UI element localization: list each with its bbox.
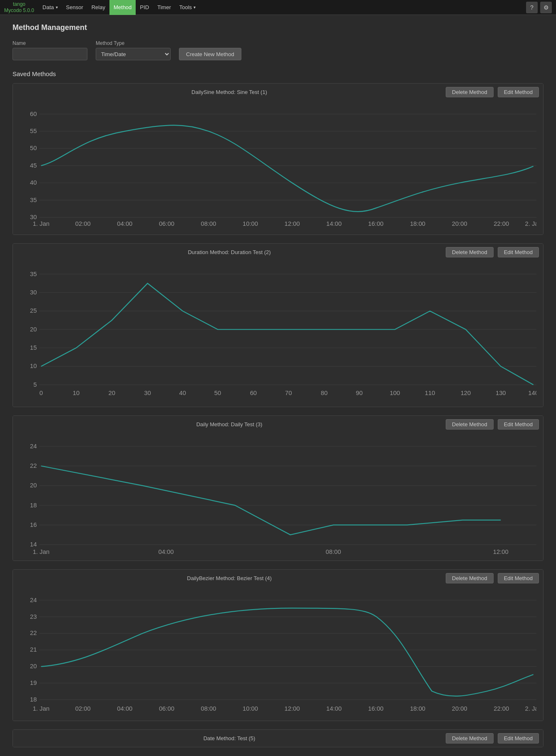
svg-text:16:00: 16:00 [368, 220, 384, 227]
svg-text:18:00: 18:00 [410, 705, 425, 712]
chevron-down-icon: ▾ [56, 5, 58, 10]
svg-text:20: 20 [109, 390, 115, 396]
method-title-1: DailySine Method: Sine Test (1) [17, 89, 442, 95]
svg-text:0: 0 [40, 390, 43, 396]
delete-method-4-button[interactable]: Delete Method [446, 573, 494, 583]
svg-text:40: 40 [179, 390, 186, 396]
chart-2: 35 30 25 20 15 10 5 0 10 20 30 [20, 265, 536, 400]
chart-container-1: 60 55 50 45 40 35 30 1. Jan 02:00 04:00 [13, 101, 543, 235]
chart-container-2: 35 30 25 20 15 10 5 0 10 20 30 [13, 261, 543, 407]
svg-text:30: 30 [30, 289, 37, 296]
svg-text:10:00: 10:00 [243, 220, 258, 227]
svg-text:21: 21 [30, 646, 37, 653]
svg-text:20: 20 [30, 482, 37, 489]
svg-text:04:00: 04:00 [158, 548, 174, 554]
svg-text:5: 5 [33, 381, 37, 388]
brand-line2: Mycodo 5.0.0 [4, 7, 34, 13]
svg-text:12:00: 12:00 [285, 220, 300, 227]
svg-text:14:00: 14:00 [326, 220, 342, 227]
method-card-5: Date Method: Test (5) Delete Method Edit… [12, 729, 544, 747]
svg-text:30: 30 [144, 390, 151, 396]
svg-text:15: 15 [30, 344, 37, 351]
create-new-method-button[interactable]: Create New Method [179, 48, 241, 60]
svg-text:120: 120 [461, 390, 471, 396]
svg-text:20: 20 [30, 326, 37, 332]
method-title-4: DailyBezier Method: Bezier Test (4) [17, 575, 442, 581]
svg-text:20:00: 20:00 [452, 705, 467, 712]
svg-text:23: 23 [30, 613, 37, 620]
brand: tango Mycodo 5.0.0 [4, 1, 34, 13]
name-label: Name [12, 40, 87, 46]
method-card-3: Daily Method: Daily Test (3) Delete Meth… [12, 415, 544, 561]
method-card-4: DailyBezier Method: Bezier Test (4) Dele… [12, 569, 544, 721]
svg-text:19: 19 [30, 679, 37, 686]
svg-text:50: 50 [30, 145, 37, 151]
svg-text:12:00: 12:00 [285, 705, 300, 712]
page-title: Method Management [12, 23, 544, 32]
nav-sensor[interactable]: Sensor [62, 0, 87, 15]
svg-text:130: 130 [496, 390, 506, 396]
svg-text:18: 18 [30, 696, 37, 703]
svg-text:50: 50 [214, 390, 221, 396]
nav-method[interactable]: Method [109, 0, 136, 15]
svg-text:35: 35 [30, 270, 37, 277]
svg-text:06:00: 06:00 [159, 705, 174, 712]
edit-method-2-button[interactable]: Edit Method [498, 247, 539, 257]
chart-container-4: 24 23 22 21 20 19 18 1. Jan 02:00 04:00 [13, 587, 543, 721]
settings-button[interactable]: ⚙ [540, 2, 552, 13]
svg-text:70: 70 [285, 390, 292, 396]
svg-text:110: 110 [425, 390, 435, 396]
nav-timer[interactable]: Timer [153, 0, 175, 15]
edit-method-5-button[interactable]: Edit Method [498, 733, 539, 744]
nav-relay[interactable]: Relay [87, 0, 109, 15]
name-input[interactable] [12, 48, 87, 60]
svg-text:04:00: 04:00 [117, 705, 132, 712]
svg-text:24: 24 [30, 597, 37, 603]
svg-text:2. Jan: 2. Jan [525, 220, 536, 227]
nav-data[interactable]: Data ▾ [38, 0, 62, 15]
create-method-form: Name Method Type Time/Date Duration Dail… [12, 40, 544, 60]
delete-method-3-button[interactable]: Delete Method [446, 419, 494, 430]
svg-text:14: 14 [30, 541, 37, 548]
svg-text:80: 80 [321, 390, 328, 396]
delete-method-2-button[interactable]: Delete Method [446, 247, 494, 257]
svg-text:1. Jan: 1. Jan [33, 220, 50, 227]
svg-text:16:00: 16:00 [368, 705, 384, 712]
edit-method-4-button[interactable]: Edit Method [498, 573, 539, 583]
help-button[interactable]: ? [526, 2, 538, 13]
svg-text:20:00: 20:00 [452, 220, 467, 227]
svg-text:06:00: 06:00 [159, 220, 174, 227]
method-header-2: Duration Method: Duration Test (2) Delet… [13, 244, 543, 261]
method-header-1: DailySine Method: Sine Test (1) Delete M… [13, 84, 543, 101]
delete-method-5-button[interactable]: Delete Method [446, 733, 494, 744]
delete-method-1-button[interactable]: Delete Method [446, 87, 494, 97]
svg-text:02:00: 02:00 [75, 705, 91, 712]
saved-methods-title: Saved Methods [12, 70, 544, 77]
navbar: tango Mycodo 5.0.0 Data ▾ Sensor Relay M… [0, 0, 556, 15]
svg-text:22:00: 22:00 [494, 220, 509, 227]
chart-3: 24 22 20 18 16 14 1. Jan 04:00 08:00 12:… [20, 437, 536, 554]
method-type-label: Method Type [96, 40, 171, 46]
chart-1: 60 55 50 45 40 35 30 1. Jan 02:00 04:00 [20, 105, 536, 228]
nav-tools[interactable]: Tools ▾ [175, 0, 200, 15]
chevron-down-icon-tools: ▾ [194, 5, 196, 10]
edit-method-1-button[interactable]: Edit Method [498, 87, 539, 97]
edit-method-3-button[interactable]: Edit Method [498, 419, 539, 430]
svg-text:08:00: 08:00 [201, 220, 216, 227]
name-field-group: Name [12, 40, 87, 60]
svg-text:22: 22 [30, 630, 37, 636]
svg-text:45: 45 [30, 162, 37, 169]
method-header-4: DailyBezier Method: Bezier Test (4) Dele… [13, 570, 543, 587]
svg-text:22: 22 [30, 462, 37, 469]
svg-text:30: 30 [30, 214, 37, 220]
method-card-2: Duration Method: Duration Test (2) Delet… [12, 243, 544, 407]
method-title-2: Duration Method: Duration Test (2) [17, 249, 442, 255]
svg-text:24: 24 [30, 443, 37, 450]
svg-text:140: 140 [528, 390, 536, 396]
nav-pid[interactable]: PID [136, 0, 153, 15]
svg-text:16: 16 [30, 521, 37, 528]
method-type-select[interactable]: Time/Date Duration Daily DailyBezier Dai… [96, 48, 171, 60]
brand-line1: tango [4, 1, 34, 7]
svg-text:1. Jan: 1. Jan [33, 548, 50, 554]
main-content: Method Management Name Method Type Time/… [0, 15, 556, 756]
